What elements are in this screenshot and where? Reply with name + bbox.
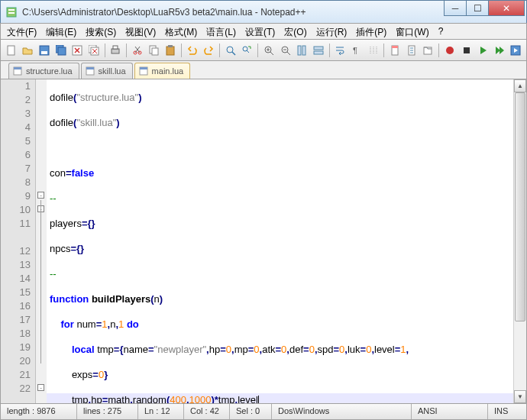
svg-rect-26 bbox=[314, 51, 323, 54]
vertical-scrollbar[interactable]: ▲ ▼ bbox=[513, 79, 526, 403]
svg-rect-16 bbox=[152, 48, 158, 55]
svg-rect-40 bbox=[140, 67, 147, 69]
sync-v-icon[interactable] bbox=[294, 43, 309, 58]
paste-icon[interactable] bbox=[163, 43, 178, 58]
copy-icon[interactable] bbox=[147, 43, 162, 58]
tab-skill[interactable]: skill.lua bbox=[81, 63, 133, 79]
print-icon[interactable] bbox=[108, 43, 124, 58]
svg-rect-12 bbox=[113, 46, 118, 49]
minimize-button[interactable]: ─ bbox=[444, 1, 467, 16]
replace-icon[interactable] bbox=[240, 43, 255, 58]
fold-gutter: - - - bbox=[36, 79, 47, 403]
window-title: C:\Users\Administrator\Desktop\LuaR5v3 b… bbox=[22, 7, 445, 18]
menu-plugins[interactable]: 插件(P) bbox=[351, 24, 391, 39]
record-macro-icon[interactable] bbox=[442, 43, 457, 58]
menu-help[interactable]: ? bbox=[434, 24, 448, 39]
menu-settings[interactable]: 设置(T) bbox=[241, 24, 280, 39]
svg-rect-25 bbox=[314, 47, 323, 50]
open-file-icon[interactable] bbox=[21, 43, 36, 58]
play-multi-icon[interactable] bbox=[492, 43, 507, 58]
app-icon bbox=[5, 6, 18, 18]
svg-point-19 bbox=[227, 47, 233, 53]
svg-rect-29 bbox=[392, 46, 398, 48]
scroll-up-icon[interactable]: ▲ bbox=[514, 79, 526, 92]
status-eol: Dos\Windows bbox=[272, 404, 412, 419]
menu-window[interactable]: 窗口(W) bbox=[391, 24, 433, 39]
svg-rect-36 bbox=[14, 67, 21, 69]
close-button[interactable]: ✕ bbox=[488, 1, 525, 16]
close-all-icon[interactable] bbox=[86, 43, 102, 58]
menu-edit[interactable]: 编辑(E) bbox=[41, 24, 81, 39]
status-lines: lines : 275 bbox=[77, 404, 138, 419]
file-icon bbox=[85, 66, 95, 76]
close-file-icon[interactable] bbox=[70, 43, 85, 58]
tab-bar: structure.lua skill.lua main.lua bbox=[0, 61, 527, 79]
fold-marker[interactable]: - bbox=[37, 192, 44, 199]
scroll-down-icon[interactable]: ▼ bbox=[514, 390, 526, 403]
maximize-button[interactable]: ☐ bbox=[466, 1, 489, 16]
status-encoding: ANSI bbox=[412, 404, 488, 419]
redo-icon[interactable] bbox=[201, 43, 216, 58]
stop-macro-icon[interactable] bbox=[459, 43, 474, 58]
tab-label: skill.lua bbox=[99, 66, 126, 76]
svg-rect-7 bbox=[58, 47, 66, 55]
function-list-icon[interactable] bbox=[404, 43, 419, 58]
line-number-gutter: 1234567891011 1213141516171819202122 bbox=[1, 79, 36, 403]
svg-text:¶: ¶ bbox=[353, 46, 357, 55]
show-all-chars-icon[interactable]: ¶ bbox=[349, 43, 364, 58]
wordwrap-icon[interactable] bbox=[333, 43, 348, 58]
cut-icon[interactable] bbox=[130, 43, 145, 58]
zoom-out-icon[interactable] bbox=[278, 43, 293, 58]
svg-rect-38 bbox=[86, 67, 94, 69]
menu-macro[interactable]: 宏(O) bbox=[280, 24, 311, 39]
svg-rect-3 bbox=[8, 46, 15, 55]
tab-label: structure.lua bbox=[26, 66, 73, 76]
save-all-icon[interactable] bbox=[53, 43, 69, 58]
zoom-in-icon[interactable] bbox=[261, 43, 276, 58]
status-length: length : 9876 bbox=[1, 404, 77, 419]
indent-guide-icon[interactable] bbox=[366, 43, 381, 58]
menu-view[interactable]: 视图(V) bbox=[121, 24, 160, 39]
file-icon bbox=[12, 66, 23, 76]
tab-label: main.lua bbox=[152, 66, 184, 76]
svg-rect-17 bbox=[167, 47, 174, 55]
menu-run[interactable]: 运行(R) bbox=[312, 24, 352, 39]
status-col: Col : 42 bbox=[184, 404, 230, 419]
tab-structure[interactable]: structure.lua bbox=[8, 63, 79, 79]
svg-rect-1 bbox=[8, 9, 15, 11]
status-bar: length : 9876 lines : 275 Ln : 12 Col : … bbox=[0, 403, 527, 420]
menu-bar: 文件(F) 编辑(E) 搜索(S) 视图(V) 格式(M) 语言(L) 设置(T… bbox=[0, 23, 527, 40]
sync-h-icon[interactable] bbox=[311, 43, 326, 58]
status-ln: Ln : 12 bbox=[138, 404, 184, 419]
menu-file[interactable]: 文件(F) bbox=[2, 24, 41, 39]
svg-rect-11 bbox=[112, 49, 119, 53]
toolbar: ¶ bbox=[0, 40, 527, 61]
svg-point-32 bbox=[446, 47, 454, 54]
status-sel: Sel : 0 bbox=[230, 404, 272, 419]
svg-rect-2 bbox=[8, 12, 15, 14]
folder-panel-icon[interactable] bbox=[421, 43, 436, 58]
status-mode: INS bbox=[488, 404, 526, 419]
doc-map-icon[interactable] bbox=[387, 43, 403, 58]
tab-main[interactable]: main.lua bbox=[134, 63, 191, 79]
save-icon[interactable] bbox=[37, 43, 52, 58]
code-area[interactable]: dofile("structure.lua") dofile("skill.lu… bbox=[47, 79, 513, 403]
find-icon[interactable] bbox=[223, 43, 238, 58]
svg-rect-33 bbox=[464, 47, 470, 53]
svg-rect-5 bbox=[41, 51, 47, 54]
svg-rect-18 bbox=[168, 45, 173, 47]
editor: 1234567891011 1213141516171819202122 - -… bbox=[0, 79, 527, 403]
undo-icon[interactable] bbox=[185, 43, 200, 58]
menu-search[interactable]: 搜索(S) bbox=[81, 24, 121, 39]
svg-rect-23 bbox=[298, 46, 301, 55]
file-icon bbox=[138, 66, 149, 76]
menu-format[interactable]: 格式(M) bbox=[160, 24, 202, 39]
title-bar: C:\Users\Administrator\Desktop\LuaR5v3 b… bbox=[0, 0, 527, 23]
svg-rect-24 bbox=[302, 46, 306, 55]
scrollbar-thumb[interactable] bbox=[515, 92, 525, 321]
new-file-icon[interactable] bbox=[4, 43, 19, 58]
play-macro-icon[interactable] bbox=[475, 43, 490, 58]
save-macro-icon[interactable] bbox=[509, 43, 524, 58]
menu-language[interactable]: 语言(L) bbox=[202, 24, 241, 39]
fold-marker[interactable]: - bbox=[37, 384, 44, 391]
